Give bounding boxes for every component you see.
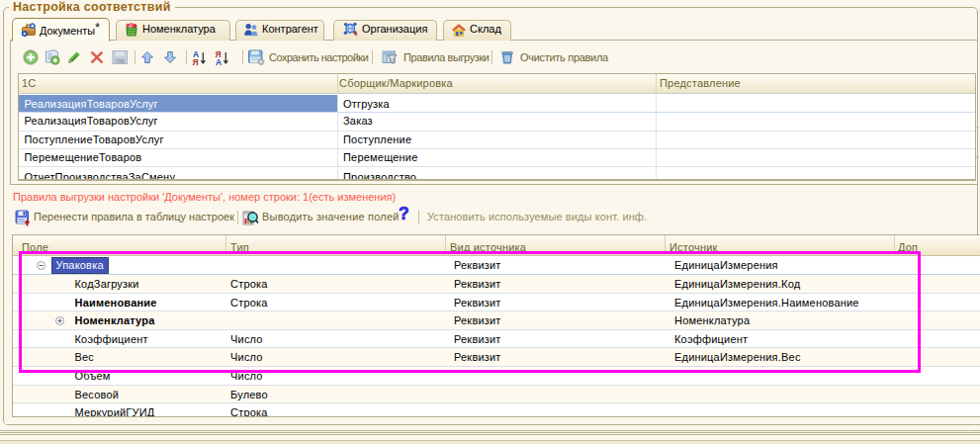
svg-text:ОК: ОК	[118, 58, 126, 64]
svg-text:А: А	[216, 57, 222, 67]
svg-text:Я: Я	[193, 57, 199, 67]
